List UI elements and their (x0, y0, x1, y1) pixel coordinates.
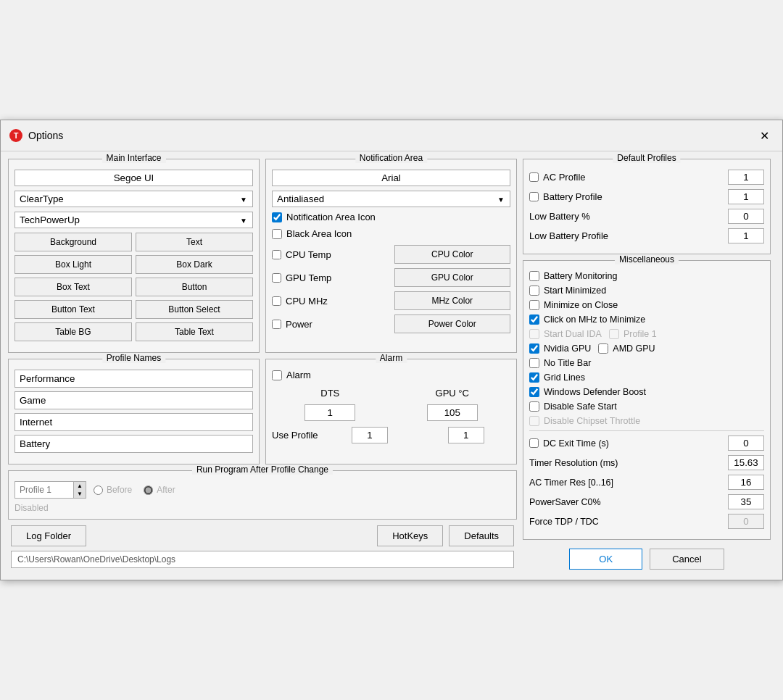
cpu-color-button[interactable]: CPU Color (394, 245, 511, 264)
run-program-panel: Run Program After Profile Change ▲ ▼ Bef… (8, 470, 517, 520)
hotkeys-button[interactable]: HotKeys (377, 525, 443, 546)
no-title-bar-checkbox[interactable] (529, 358, 539, 368)
start-minimized-label: Start Minimized (544, 286, 606, 296)
use-profile-dts-input[interactable] (352, 427, 388, 443)
minimize-on-close-row: Minimize on Close (529, 300, 764, 310)
windows-defender-checkbox[interactable] (529, 387, 539, 397)
low-battery-pct-label: Low Battery % (529, 211, 590, 222)
default-profiles-content: AC Profile Battery Profile Low Battery % (529, 165, 764, 243)
theme-select[interactable]: TechPowerUp Default Dark (14, 212, 253, 228)
gpu-color-button[interactable]: GPU Color (394, 268, 511, 287)
button-button[interactable]: Button (136, 278, 253, 296)
powersaver-c0-value[interactable] (728, 494, 764, 509)
notif-rendering-select-wrap: Antialiased ClearType Standard (272, 191, 510, 207)
start-dual-ida-checkbox[interactable] (529, 329, 539, 339)
click-mhz-checkbox[interactable] (529, 314, 539, 325)
timer-resolution-value[interactable] (728, 455, 764, 470)
box-dark-button[interactable]: Box Dark (136, 255, 253, 274)
ac-timer-res-label: AC Timer Res [0..16] (529, 478, 613, 488)
profile1-misc-checkbox[interactable] (609, 329, 619, 339)
power-checkbox[interactable] (272, 320, 281, 329)
cpu-temp-checkbox[interactable] (272, 250, 281, 259)
low-battery-pct-row: Low Battery % (529, 209, 764, 224)
ac-profile-value[interactable] (728, 170, 764, 185)
log-path-input[interactable] (11, 551, 514, 568)
box-text-button[interactable]: Box Text (14, 278, 132, 296)
profile-name-2[interactable] (14, 391, 253, 409)
mhz-color-button[interactable]: MHz Color (394, 291, 511, 310)
main-font-input[interactable] (14, 170, 253, 186)
dialog-body: Main Interface ClearType Antialiased Sta… (1, 151, 782, 580)
dc-exit-checkbox[interactable] (529, 438, 539, 448)
close-button[interactable]: ✕ (755, 126, 774, 145)
power-color-button[interactable]: Power Color (394, 314, 511, 333)
rendering-select[interactable]: ClearType Antialiased Standard (14, 191, 253, 207)
use-profile-gpu-input[interactable] (448, 427, 484, 443)
black-area-icon-checkbox[interactable] (272, 229, 282, 239)
run-profile-input[interactable] (15, 483, 73, 497)
button-text-button[interactable]: Button Text (14, 300, 132, 319)
color-buttons-row5: Table BG Table Text (14, 322, 253, 341)
color-buttons-row4: Button Text Button Select (14, 300, 253, 319)
profile-name-4[interactable] (14, 435, 253, 453)
grid-lines-checkbox[interactable] (529, 372, 539, 383)
low-battery-profile-value[interactable] (728, 228, 764, 243)
notif-area-icon-checkbox[interactable] (272, 212, 282, 222)
windows-defender-row: Windows Defender Boost (529, 387, 764, 397)
use-profile-label: Use Profile (272, 430, 318, 441)
dc-exit-label: DC Exit Time (s) (543, 438, 609, 449)
table-bg-button[interactable]: Table BG (14, 322, 132, 341)
notif-font-input[interactable] (272, 170, 510, 186)
battery-profile-value[interactable] (728, 189, 764, 204)
grid-lines-row: Grid Lines (529, 372, 764, 383)
theme-select-wrap: TechPowerUp Default Dark (14, 212, 253, 228)
alarm-checkbox[interactable] (272, 370, 282, 380)
profile-spin-up[interactable]: ▲ (73, 482, 86, 490)
use-profile-row: Use Profile (272, 427, 510, 443)
battery-monitoring-checkbox[interactable] (529, 271, 539, 281)
profile-name-1[interactable] (14, 370, 253, 388)
minimize-on-close-checkbox[interactable] (529, 300, 539, 310)
ac-timer-res-value[interactable] (728, 475, 764, 490)
button-select-button[interactable]: Button Select (136, 300, 253, 319)
notification-area-content: Antialiased ClearType Standard Notificat… (272, 165, 510, 333)
force-tdp-value[interactable] (728, 514, 764, 529)
gpu-c-value-input[interactable] (427, 404, 478, 421)
gpu-temp-checkbox[interactable] (272, 273, 281, 283)
after-radio[interactable] (144, 486, 153, 495)
title-bar: T Options ✕ (1, 120, 782, 151)
text-button[interactable]: Text (136, 233, 253, 251)
cpu-mhz-checkbox[interactable] (272, 296, 281, 306)
battery-profile-checkbox[interactable] (529, 192, 539, 201)
timer-resolution-label: Timer Resolution (ms) (529, 458, 618, 468)
disable-safe-start-checkbox[interactable] (529, 401, 539, 412)
ok-button[interactable]: OK (569, 549, 642, 570)
alarm-label: Alarm (286, 370, 311, 380)
ac-profile-checkbox[interactable] (529, 172, 539, 182)
dc-exit-value[interactable] (728, 436, 764, 451)
low-battery-profile-row: Low Battery Profile (529, 228, 764, 243)
color-buttons-row1: Background Text (14, 233, 253, 251)
amd-gpu-checkbox[interactable] (598, 343, 608, 354)
start-minimized-checkbox[interactable] (529, 286, 539, 296)
dts-value-input[interactable] (304, 404, 355, 421)
profile-spin-down[interactable]: ▼ (73, 490, 86, 498)
ac-profile-label: AC Profile (543, 172, 586, 183)
gpu-row: Nvidia GPU AMD GPU (529, 343, 764, 354)
ac-profile-row: AC Profile (529, 170, 764, 185)
alarm-content: Alarm DTS GPU °C Use Profile (272, 365, 510, 443)
disabled-text: Disabled (14, 503, 510, 513)
notif-rendering-select[interactable]: Antialiased ClearType Standard (272, 191, 510, 207)
disable-safe-start-label: Disable Safe Start (544, 401, 617, 412)
table-text-button[interactable]: Table Text (136, 322, 253, 341)
before-radio[interactable] (94, 486, 103, 495)
nvidia-gpu-checkbox[interactable] (529, 343, 539, 354)
cancel-button[interactable]: Cancel (650, 549, 724, 570)
profile-name-3[interactable] (14, 413, 253, 431)
log-folder-button[interactable]: Log Folder (11, 525, 86, 546)
defaults-button[interactable]: Defaults (449, 525, 514, 546)
box-light-button[interactable]: Box Light (14, 255, 132, 274)
disable-chipset-checkbox[interactable] (529, 416, 539, 426)
background-button[interactable]: Background (14, 233, 132, 251)
low-battery-pct-value[interactable] (728, 209, 764, 224)
